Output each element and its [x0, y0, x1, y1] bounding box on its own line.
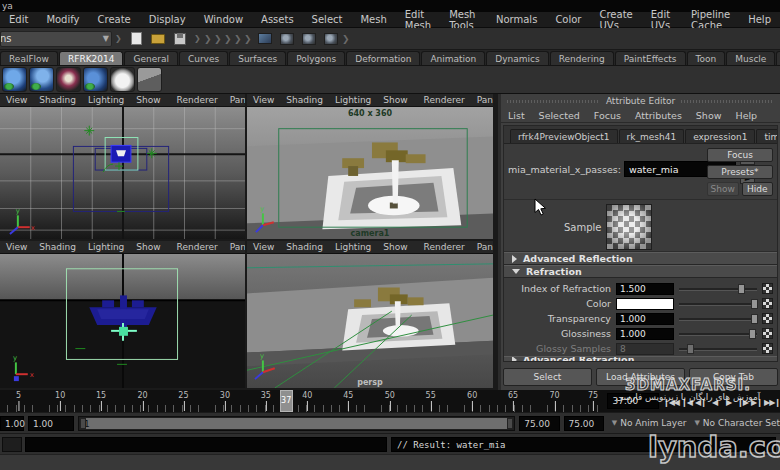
menu-normals[interactable]: Normals — [487, 14, 546, 25]
shelf-tab-fluids[interactable]: Fluids — [776, 51, 780, 65]
shelf-tab-curves[interactable]: Curves — [179, 51, 228, 65]
panel-menu-renderer[interactable]: Renderer — [418, 242, 471, 252]
copy-tab-button[interactable]: Copy Tab — [689, 368, 778, 386]
tab-rk-mesh41[interactable]: rk_mesh41 — [619, 129, 685, 143]
shelf-tab-general[interactable]: General — [124, 51, 177, 65]
current-frame-marker[interactable]: 37 — [280, 390, 293, 412]
slider-handle[interactable] — [738, 284, 745, 294]
snap-toggle-icon[interactable]: ❯ — [234, 34, 244, 44]
character-set-dropdown[interactable]: ▼ No Character Set — [694, 418, 780, 428]
new-scene-button[interactable] — [127, 30, 145, 48]
menu-color[interactable]: Color — [546, 14, 590, 25]
menu-display[interactable]: Display — [140, 14, 195, 25]
toolbar-overflow-icon[interactable]: ❯ — [342, 34, 352, 44]
panel-menu-show[interactable]: Show — [130, 242, 166, 252]
panel-menu-renderer[interactable]: Renderer — [171, 95, 224, 105]
panel-menu-renderer[interactable]: Renderer — [171, 242, 224, 252]
shelf-tab-surfaces[interactable]: Surfaces — [229, 51, 286, 65]
section-advanced-refraction[interactable]: Advanced Refraction — [504, 356, 777, 362]
shelf-button-rfrk-mesh[interactable] — [2, 67, 27, 92]
play-forwards-button[interactable]: ▶ — [722, 395, 735, 410]
ae-menu-show[interactable]: Show — [689, 110, 729, 121]
slider-handle[interactable] — [749, 329, 756, 339]
shelf-tab-rendering[interactable]: Rendering — [550, 51, 614, 65]
focus-button[interactable]: Focus — [707, 148, 773, 162]
panel-menu-panels[interactable]: Panels — [224, 242, 247, 252]
load-attributes-button[interactable]: Load Attributes — [596, 368, 685, 386]
transparency-field[interactable]: 1.000 — [616, 313, 674, 325]
viewport-canvas-persp[interactable]: y persp — [247, 254, 493, 388]
select-button[interactable]: Select — [503, 368, 592, 386]
ae-menu-attributes[interactable]: Attributes — [628, 110, 689, 121]
script-language-toggle[interactable] — [2, 437, 22, 452]
color-swatch[interactable] — [616, 298, 674, 310]
texture-map-icon[interactable] — [762, 283, 773, 294]
shelf-tab-toon[interactable]: Toon — [687, 51, 726, 65]
range-end-handle[interactable] — [507, 418, 513, 429]
animation-start-field[interactable]: 1.00 — [0, 416, 24, 431]
panel-menu-panels[interactable]: Panels — [224, 95, 247, 105]
snap-toggle-icon[interactable]: ❯ — [224, 34, 234, 44]
step-back-frame-button[interactable]: ❙◀ — [680, 395, 693, 410]
panel-menu-lighting[interactable]: Lighting — [82, 95, 130, 105]
tab-time1[interactable]: time1 — [756, 129, 778, 143]
ae-menu-help[interactable]: Help — [728, 110, 764, 121]
render-settings-button[interactable] — [322, 30, 340, 48]
step-forward-frame-button[interactable]: ▶❙ — [750, 395, 763, 410]
ipr-render-button[interactable] — [300, 30, 318, 48]
viewport-canvas-front[interactable]: y x — [0, 254, 245, 388]
shelf-button-rfrk-cloud[interactable] — [110, 67, 135, 92]
range-start-handle[interactable] — [80, 418, 86, 429]
viewport-canvas-camera1[interactable]: y 640 x 360 camera1 — [247, 107, 493, 239]
range-slider-bar[interactable]: 1 — [81, 418, 512, 429]
panel-menu-panels[interactable]: Panels — [471, 242, 495, 252]
panel-menu-view[interactable]: View — [0, 95, 33, 105]
shelf-tab-animation[interactable]: Animation — [421, 51, 485, 65]
panel-menu-panels[interactable]: Panels — [471, 95, 495, 105]
panel-menu-view[interactable]: View — [247, 95, 280, 105]
shelf-tab-polygons[interactable]: Polygons — [287, 51, 345, 65]
panel-menu-shading[interactable]: Shading — [33, 95, 82, 105]
viewport-canvas-overview[interactable]: y x — [0, 107, 245, 239]
panel-menu-lighting[interactable]: Lighting — [329, 95, 377, 105]
texture-map-icon[interactable] — [762, 313, 773, 324]
transparency-slider[interactable] — [679, 313, 757, 325]
shelf-button-rfrk-box[interactable] — [137, 67, 162, 92]
menu-help[interactable]: Help — [739, 14, 780, 25]
panel-menu-shading[interactable]: Shading — [280, 242, 329, 252]
glossiness-slider[interactable] — [679, 328, 757, 340]
menu-window[interactable]: Window — [195, 14, 252, 25]
anim-layer-dropdown[interactable]: ▼ No Anim Layer — [612, 418, 687, 428]
go-to-start-button[interactable]: ❙◀◀ — [663, 395, 679, 410]
slider-handle[interactable] — [751, 314, 758, 324]
panel-menu-renderer[interactable]: Renderer — [418, 95, 471, 105]
texture-map-icon[interactable] — [762, 298, 773, 309]
panel-menu-view[interactable]: View — [0, 242, 33, 252]
menu-mesh[interactable]: Mesh — [351, 14, 395, 25]
tab-rfrk4previewobject1[interactable]: rfrk4PreviewObject1 — [510, 129, 618, 143]
attribute-editor-titlebar[interactable]: Attribute Editor — [501, 94, 780, 108]
ae-menu-selected[interactable]: Selected — [532, 110, 587, 121]
panel-menu-shading[interactable]: Shading — [280, 95, 329, 105]
playback-end-field[interactable]: 75.00 — [519, 416, 559, 431]
glossiness-field[interactable]: 1.000 — [616, 328, 674, 340]
time-slider[interactable]: 5 10 15 20 25 30 35 40 45 50 55 60 65 70… — [0, 390, 601, 412]
panel-menu-lighting[interactable]: Lighting — [329, 242, 377, 252]
shelf-button-rfrk-particle[interactable] — [29, 67, 54, 92]
section-advanced-reflection[interactable]: Advanced Reflection — [504, 252, 777, 265]
slider-handle[interactable] — [751, 299, 758, 309]
animation-end-field[interactable]: 75.00 — [564, 416, 604, 431]
shelf-tab-realflow[interactable]: RealFlow — [0, 51, 58, 65]
go-to-end-button[interactable]: ▶▶❙ — [764, 395, 780, 410]
step-forward-key-button[interactable]: ❙▶ — [736, 395, 749, 410]
shelf-button-rfrk-cluster[interactable] — [83, 67, 108, 92]
snap-toggle-icon[interactable]: ❯ — [244, 34, 254, 44]
material-sample-swatch[interactable] — [606, 204, 652, 250]
render-view-button[interactable] — [256, 30, 274, 48]
playback-start-field[interactable]: 1.00 — [28, 416, 74, 431]
command-line-input[interactable] — [25, 437, 387, 452]
tab-expression1[interactable]: expression1 — [685, 129, 755, 143]
shelf-button-rfrk-render[interactable] — [56, 67, 81, 92]
menu-modify[interactable]: Modify — [37, 14, 88, 25]
ae-menu-focus[interactable]: Focus — [587, 110, 628, 121]
